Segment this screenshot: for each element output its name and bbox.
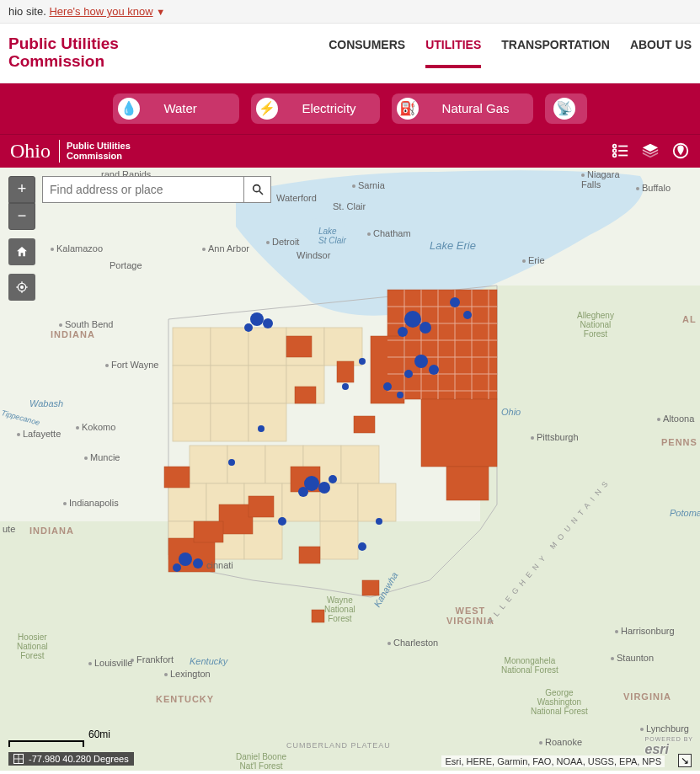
coords-toggle-icon[interactable]: [13, 754, 24, 764]
home-button[interactable]: [8, 238, 35, 265]
svg-rect-50: [164, 467, 190, 488]
zoom-out-button[interactable]: −: [8, 203, 35, 230]
svg-point-82: [318, 482, 330, 494]
pill-water-label: Water: [163, 101, 196, 115]
ohio-bar: Ohio Public Utilities Commission: [0, 134, 700, 168]
gov-link[interactable]: Here's how you know: [49, 5, 152, 18]
svg-rect-56: [362, 580, 379, 595]
scale-bar: 60mi: [8, 740, 84, 747]
site-header: Public Utilities Commission CONSUMERS UT…: [0, 24, 700, 83]
svg-point-80: [397, 392, 403, 398]
svg-point-86: [193, 558, 203, 568]
search-button[interactable]: [244, 176, 271, 203]
svg-point-98: [21, 286, 24, 288]
pill-elec-label: Electricity: [302, 101, 355, 115]
svg-rect-31: [168, 483, 206, 521]
utility-bar: 💧 Water ⚡ Electricity ⛽ Natural Gas 📡: [0, 83, 700, 134]
svg-rect-46: [295, 387, 316, 403]
layers-icon[interactable]: [641, 141, 660, 160]
svg-point-90: [376, 518, 382, 525]
logo-line2: Commission: [8, 53, 119, 71]
pill-water[interactable]: 💧 Water: [113, 93, 239, 124]
zoom-in-button[interactable]: +: [8, 176, 35, 203]
ohio-sub1: Public Utilities: [67, 141, 131, 151]
telecom-icon: 📡: [553, 98, 575, 120]
svg-point-94: [228, 459, 235, 466]
map[interactable]: Niagara Falls Buffalo Erie Lake Erie Lak…: [0, 168, 700, 771]
svg-rect-12: [480, 286, 700, 771]
nav-consumers[interactable]: CONSUMERS: [329, 38, 405, 68]
svg-rect-55: [299, 547, 320, 563]
zoom-group: + −: [8, 176, 35, 230]
coords-text: -77.980 40.280 Degrees: [29, 754, 129, 764]
svg-point-83: [298, 487, 308, 497]
svg-point-88: [278, 517, 286, 526]
svg-rect-54: [194, 521, 223, 542]
water-icon: 💧: [118, 98, 140, 120]
gov-banner: hio site. Here's how you know ▼: [0, 0, 700, 24]
location-icon[interactable]: [671, 141, 690, 160]
svg-rect-16: [248, 328, 286, 366]
scale-line: [8, 740, 84, 747]
svg-point-72: [244, 323, 253, 332]
svg-point-96: [463, 311, 472, 319]
svg-point-84: [329, 475, 337, 483]
svg-rect-43: [421, 399, 497, 467]
pill-electricity[interactable]: ⚡ Electricity: [251, 93, 379, 124]
esri-logo[interactable]: POWERED BY esri: [645, 736, 693, 757]
esri-name: esri: [645, 742, 669, 756]
svg-rect-40: [320, 521, 358, 559]
svg-point-87: [173, 563, 181, 572]
pill-telecom[interactable]: 📡: [545, 93, 587, 124]
site-logo[interactable]: Public Utilities Commission: [8, 35, 119, 71]
left-control-col: + −: [8, 176, 35, 301]
svg-point-73: [404, 311, 421, 328]
svg-rect-26: [190, 446, 227, 483]
svg-point-79: [383, 382, 392, 391]
coords-display[interactable]: -77.980 40.280 Degrees: [8, 752, 134, 766]
svg-point-93: [258, 425, 265, 432]
svg-rect-18: [324, 328, 362, 366]
gov-text: hio site.: [8, 5, 46, 18]
svg-rect-15: [211, 328, 248, 366]
svg-rect-36: [358, 483, 396, 521]
ohio-sub2: Commission: [67, 151, 131, 161]
svg-rect-57: [312, 610, 324, 622]
svg-rect-19: [173, 366, 211, 403]
svg-rect-48: [354, 416, 375, 433]
svg-rect-52: [248, 496, 274, 517]
locate-button[interactable]: [8, 274, 35, 301]
chevron-down-icon: ▼: [156, 7, 165, 17]
search-input[interactable]: [42, 176, 244, 203]
svg-point-95: [450, 297, 460, 307]
svg-rect-47: [337, 361, 354, 382]
svg-rect-45: [286, 336, 312, 357]
legend-icon[interactable]: [611, 141, 629, 160]
main-nav: CONSUMERS UTILITIES TRANSPORTATION ABOUT…: [329, 38, 692, 68]
svg-point-13: [305, 216, 347, 250]
svg-point-78: [404, 370, 413, 378]
esri-powered: POWERED BY: [645, 736, 693, 742]
svg-rect-51: [219, 504, 253, 534]
svg-rect-30: [341, 446, 379, 483]
nav-utilities[interactable]: UTILITIES: [425, 38, 481, 68]
electricity-icon: ⚡: [256, 98, 278, 120]
svg-point-75: [398, 327, 408, 337]
search-group: [42, 176, 271, 203]
scale-label: 60mi: [88, 729, 110, 740]
svg-point-89: [358, 542, 366, 551]
attribution[interactable]: Esri, HERE, Garmin, FAO, NOAA, USGS, EPA…: [441, 755, 665, 767]
svg-line-104: [259, 191, 263, 195]
pill-gas[interactable]: ⛽ Natural Gas: [392, 93, 533, 124]
svg-rect-20: [211, 366, 248, 403]
nav-transportation[interactable]: TRANSPORTATION: [501, 38, 610, 68]
svg-rect-25: [248, 403, 286, 441]
nav-about[interactable]: ABOUT US: [630, 38, 692, 68]
svg-rect-24: [211, 403, 248, 441]
svg-point-91: [359, 358, 366, 365]
svg-point-71: [263, 318, 273, 328]
ohio-tools: [611, 141, 690, 160]
svg-rect-23: [173, 403, 211, 441]
ohio-logo[interactable]: Ohio: [10, 140, 60, 163]
map-controls: + −: [8, 176, 271, 301]
